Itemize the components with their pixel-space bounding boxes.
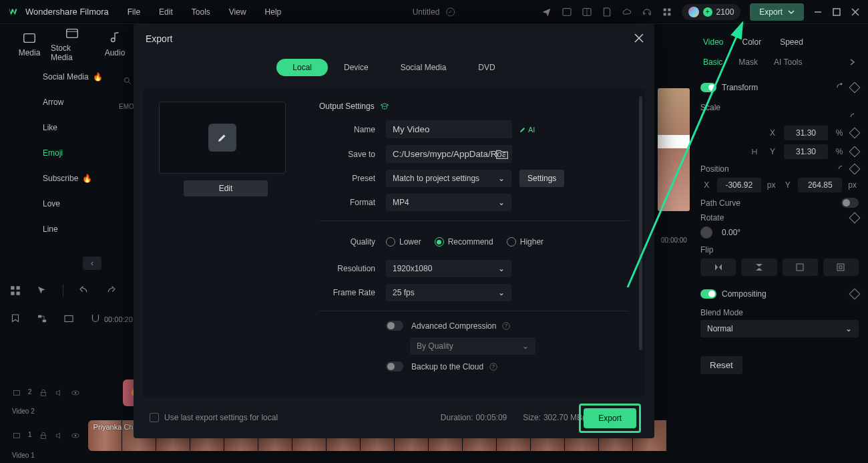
tab-audio[interactable]: Audio — [93, 31, 136, 57]
sidebar-item-social[interactable]: Social Media🔥 — [16, 64, 115, 90]
menu-edit[interactable]: Edit — [159, 7, 173, 17]
keyframe-icon[interactable] — [849, 128, 861, 139]
tab-stock-media[interactable]: Stock Media — [51, 26, 93, 62]
saveto-input[interactable] — [386, 145, 512, 163]
tab-local[interactable]: Local — [276, 59, 328, 76]
ai-button[interactable]: AI — [519, 126, 535, 134]
keyframe-icon[interactable] — [849, 289, 861, 300]
undo-icon[interactable] — [78, 285, 90, 297]
tab-device[interactable]: Device — [328, 59, 385, 76]
flip-h-button[interactable] — [700, 259, 736, 276]
compositing-toggle[interactable] — [700, 289, 716, 299]
track-type-icon[interactable] — [12, 431, 21, 440]
sidebar-item-love[interactable]: Love — [16, 191, 115, 216]
pos-y-input[interactable] — [798, 178, 842, 192]
scrollbar[interactable] — [639, 96, 642, 350]
scale-x-input[interactable] — [784, 126, 828, 140]
visibility-icon[interactable] — [71, 431, 80, 440]
refresh-icon[interactable] — [836, 83, 845, 92]
framerate-select[interactable]: 25 fps⌄ — [386, 284, 511, 301]
export-top-button[interactable]: Export — [750, 3, 804, 21]
lock-icon[interactable] — [39, 431, 48, 440]
cursor-icon[interactable] — [36, 285, 48, 297]
keyframe-icon[interactable] — [849, 164, 861, 175]
quality-lower-radio[interactable]: Lower — [386, 237, 421, 247]
scale-y-input[interactable] — [784, 144, 828, 159]
rotate-dial[interactable] — [700, 226, 712, 239]
help-icon[interactable]: ? — [489, 362, 498, 371]
name-input[interactable] — [386, 120, 512, 138]
export-button[interactable]: Export — [584, 408, 636, 428]
tab-dvd[interactable]: DVD — [462, 59, 511, 76]
minimize-icon[interactable] — [813, 7, 823, 17]
layout2-icon[interactable] — [582, 7, 592, 17]
menu-file[interactable]: File — [128, 7, 140, 17]
backup-cloud-toggle[interactable] — [386, 361, 403, 371]
rp-tab-speed[interactable]: Speed — [780, 37, 803, 47]
mute-icon[interactable] — [55, 431, 64, 440]
edit-thumb-button[interactable]: Edit — [184, 180, 268, 196]
link-tracks-icon[interactable] — [36, 313, 48, 325]
preset-select[interactable]: Match to project settings⌄ — [386, 170, 511, 187]
mute-icon[interactable] — [55, 388, 64, 398]
flip-opt4-button[interactable] — [823, 259, 859, 276]
sidebar-item-subscribe[interactable]: Subscribe🔥 — [16, 166, 115, 191]
sidebar-item-arrow[interactable]: Arrow — [16, 90, 115, 115]
close-icon[interactable] — [633, 32, 645, 44]
transform-toggle[interactable] — [700, 83, 716, 92]
refresh-icon[interactable] — [837, 164, 847, 174]
rp-subtab-mask[interactable]: Mask — [738, 57, 758, 67]
flip-opt3-button[interactable] — [783, 259, 818, 276]
quality-recommend-radio[interactable]: Recommend — [435, 237, 493, 247]
sidebar-item-like[interactable]: Like — [16, 115, 115, 140]
send-icon[interactable] — [541, 7, 552, 17]
rp-tab-color[interactable]: Color — [742, 37, 761, 47]
resolution-select[interactable]: 1920x1080⌄ — [386, 260, 511, 277]
pos-x-input[interactable] — [717, 178, 761, 192]
track-type-icon[interactable] — [12, 388, 21, 398]
format-select[interactable]: MP4⌄ — [386, 194, 511, 211]
headphones-icon[interactable] — [642, 7, 652, 17]
rp-tab-video[interactable]: Video — [703, 37, 723, 47]
close-window-icon[interactable] — [851, 7, 860, 17]
marker-icon[interactable] — [9, 313, 21, 325]
settings-button[interactable]: Settings — [519, 170, 564, 187]
keyframe-icon[interactable] — [849, 146, 861, 158]
visibility-icon[interactable] — [71, 388, 80, 398]
maximize-icon[interactable] — [832, 7, 841, 17]
blend-mode-select[interactable]: Normal⌄ — [700, 320, 859, 337]
reset-button[interactable]: Reset — [700, 356, 742, 374]
keyframe-icon[interactable] — [849, 212, 861, 224]
chevron-right-icon[interactable] — [849, 59, 856, 65]
search-icon[interactable] — [123, 76, 132, 86]
pathcurve-toggle[interactable] — [841, 198, 859, 208]
quality-higher-radio[interactable]: Higher — [507, 237, 544, 247]
menu-view[interactable]: View — [229, 7, 246, 17]
rp-subtab-basic[interactable]: Basic — [703, 57, 722, 67]
use-last-checkbox[interactable] — [150, 413, 159, 422]
redo-icon[interactable] — [105, 285, 117, 297]
layout1-icon[interactable] — [562, 7, 572, 17]
points-pill[interactable]: + 2100 — [682, 4, 741, 20]
folder-icon[interactable] — [495, 147, 509, 162]
flip-v-button[interactable] — [741, 259, 777, 276]
adv-compression-toggle[interactable] — [386, 321, 403, 331]
link-icon[interactable] — [750, 148, 758, 156]
menu-help[interactable]: Help — [265, 7, 282, 17]
grid-icon[interactable] — [9, 285, 21, 297]
refresh-icon[interactable] — [849, 112, 859, 122]
sidebar-item-emoji[interactable]: Emoji — [16, 140, 115, 166]
cloud-icon[interactable] — [622, 7, 632, 17]
lock-icon[interactable] — [39, 388, 48, 398]
snap-icon[interactable] — [63, 313, 75, 325]
cloud-sync-icon[interactable] — [445, 7, 455, 17]
help-icon[interactable]: ? — [501, 321, 511, 331]
tab-social[interactable]: Social Media — [385, 59, 463, 76]
rp-subtab-ai[interactable]: AI Tools — [774, 57, 802, 67]
keyframe-icon[interactable] — [849, 82, 861, 94]
save-icon[interactable] — [602, 7, 612, 17]
magnet-icon[interactable] — [89, 313, 101, 325]
scroll-left-button[interactable]: ‹ — [83, 257, 101, 270]
grad-cap-icon[interactable] — [380, 102, 389, 111]
tab-media[interactable]: Media — [8, 31, 51, 57]
